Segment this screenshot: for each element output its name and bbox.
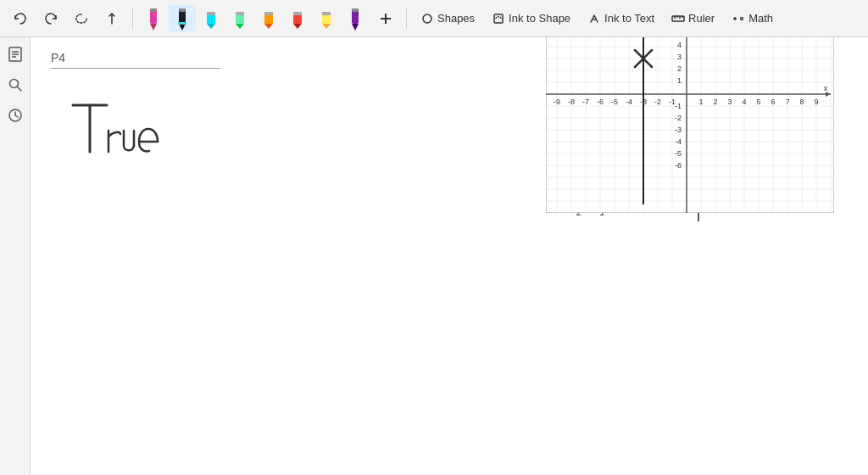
- redo-button[interactable]: [37, 5, 64, 32]
- graph-container: -9 -8 -7 -6 -5 -4 -3 -2 -1 1 2 3 4 5: [546, 37, 834, 213]
- svg-marker-11: [236, 24, 244, 29]
- pink-pen-button[interactable]: [140, 5, 167, 32]
- svg-text:1: 1: [677, 76, 682, 85]
- pen-tools: [140, 5, 369, 32]
- undo-button[interactable]: [7, 5, 34, 32]
- svg-text:4: 4: [742, 98, 746, 106]
- svg-text:6: 6: [771, 98, 775, 106]
- svg-text:1: 1: [698, 98, 703, 106]
- ruler-button[interactable]: Ruler: [665, 8, 721, 29]
- svg-rect-12: [236, 12, 244, 15]
- shapes-button[interactable]: Shapes: [414, 8, 481, 29]
- svg-marker-14: [264, 24, 273, 29]
- canvas-area[interactable]: P4 Recall Slope:: [31, 37, 868, 475]
- page-number: P4: [51, 51, 65, 64]
- svg-marker-1: [150, 24, 157, 31]
- red-highlighter-button[interactable]: [284, 5, 311, 32]
- svg-text:-1: -1: [675, 102, 682, 110]
- add-pen-button[interactable]: [372, 5, 399, 32]
- svg-text:-5: -5: [611, 98, 618, 106]
- lasso-button[interactable]: [68, 5, 95, 32]
- svg-marker-8: [207, 24, 215, 29]
- coordinate-graph: -9 -8 -7 -6 -5 -4 -3 -2 -1 1 2 3 4 5: [546, 37, 834, 213]
- svg-text:7: 7: [785, 98, 789, 106]
- svg-rect-21: [322, 12, 331, 15]
- svg-text:x: x: [824, 84, 828, 92]
- svg-text:-6: -6: [675, 161, 682, 170]
- svg-text:-4: -4: [675, 137, 682, 146]
- handwritten-text: [64, 88, 200, 168]
- math-button[interactable]: Math: [725, 8, 780, 29]
- svg-line-44: [17, 87, 21, 91]
- svg-text:-9: -9: [554, 98, 560, 106]
- ink-to-text-button[interactable]: Ink to Text: [581, 8, 661, 29]
- svg-rect-6: [178, 22, 186, 25]
- svg-text:5: 5: [756, 98, 760, 106]
- sidebar-history-icon[interactable]: [5, 105, 25, 126]
- sidebar-pages-icon[interactable]: [5, 44, 25, 64]
- yellow-highlighter-button[interactable]: [313, 5, 340, 32]
- ink-to-shape-button[interactable]: Ink to Shape: [485, 8, 577, 29]
- sidebar-search-icon[interactable]: [5, 75, 25, 95]
- svg-rect-18: [293, 12, 302, 15]
- svg-rect-46: [546, 37, 834, 213]
- svg-text:-2: -2: [675, 114, 682, 122]
- svg-text:-8: -8: [568, 98, 575, 106]
- touch-button[interactable]: [98, 5, 125, 32]
- main-area: P4 Recall Slope:: [0, 37, 868, 475]
- dark-pen-button[interactable]: [169, 5, 196, 32]
- separator-2: [406, 8, 407, 29]
- svg-text:-5: -5: [675, 149, 682, 158]
- svg-rect-2: [150, 8, 157, 12]
- svg-marker-4: [179, 24, 186, 31]
- svg-rect-9: [207, 12, 215, 15]
- svg-text:2: 2: [713, 98, 717, 106]
- svg-point-27: [423, 14, 431, 23]
- svg-text:3: 3: [727, 98, 732, 106]
- svg-rect-5: [179, 8, 186, 12]
- svg-text:2: 2: [677, 64, 682, 73]
- dark-red-pen-button[interactable]: [342, 5, 369, 32]
- svg-rect-15: [264, 12, 273, 15]
- svg-text:-6: -6: [597, 98, 604, 106]
- green-highlighter-button[interactable]: [226, 5, 253, 32]
- svg-text:-7: -7: [582, 98, 589, 106]
- svg-text:4: 4: [677, 41, 682, 49]
- svg-text:-3: -3: [675, 126, 682, 134]
- cyan-highlighter-button[interactable]: [198, 5, 225, 32]
- toolbar: Shapes Ink to Shape Ink to Text Ruler: [0, 0, 868, 37]
- orange-highlighter-button[interactable]: [255, 5, 282, 32]
- svg-text:-4: -4: [626, 98, 632, 106]
- svg-text:8: 8: [799, 98, 804, 106]
- page-divider: [51, 68, 220, 69]
- svg-marker-17: [293, 24, 302, 29]
- svg-text:-2: -2: [654, 98, 661, 106]
- separator-1: [132, 8, 133, 29]
- svg-text:3: 3: [677, 53, 682, 61]
- recall-panel: Recall Slope: m = rise run m: [546, 80, 851, 221]
- left-sidebar: [0, 37, 31, 475]
- svg-marker-20: [322, 24, 331, 29]
- svg-rect-24: [352, 8, 359, 12]
- svg-text:9: 9: [814, 98, 818, 106]
- svg-marker-23: [352, 24, 359, 31]
